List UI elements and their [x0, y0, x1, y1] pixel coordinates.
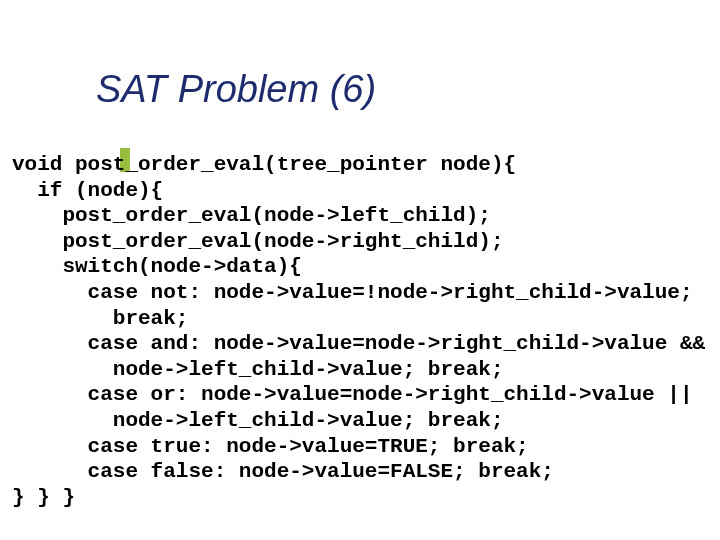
code-line: void post_order_eval(tree_pointer node){ [12, 153, 516, 176]
code-line: case and: node->value=node->right_child-… [12, 332, 705, 355]
code-line: post_order_eval(node->left_child); [12, 204, 491, 227]
code-line: switch(node->data){ [12, 255, 302, 278]
code-line: node->left_child->value; break; [12, 409, 503, 432]
code-line: if (node){ [12, 179, 163, 202]
code-line: node->left_child->value; break; [12, 358, 503, 381]
code-line: case not: node->value=!node->right_child… [12, 281, 693, 304]
code-line: case false: node->value=FALSE; break; [12, 460, 554, 483]
code-line: } } } [12, 486, 75, 509]
code-line: post_order_eval(node->right_child); [12, 230, 503, 253]
title-block: SAT Problem (6) [60, 68, 376, 111]
code-line: case true: node->value=TRUE; break; [12, 435, 529, 458]
code-line: case or: node->value=node->right_child->… [12, 383, 693, 406]
slide-title: SAT Problem (6) [96, 68, 376, 110]
slide: SAT Problem (6) void post_order_eval(tre… [0, 0, 720, 540]
code-line: break; [12, 307, 188, 330]
code-block: void post_order_eval(tree_pointer node){… [12, 152, 708, 511]
